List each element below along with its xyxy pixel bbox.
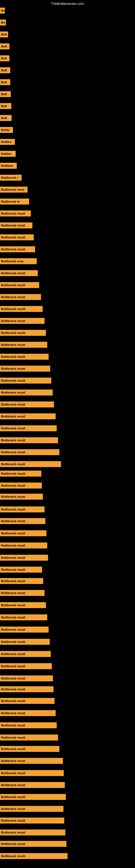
result-bar: Bottleneck result bbox=[0, 270, 38, 276]
bar-row: Bottleneck result bbox=[0, 614, 47, 620]
result-bar: Bottleneck result bbox=[0, 698, 54, 704]
result-bar: Bottleneck result bbox=[0, 722, 57, 728]
bar-row: Bottleneck result bbox=[0, 830, 65, 835]
result-bar: Bottlene bbox=[0, 163, 17, 169]
result-bar: Bott bbox=[0, 55, 9, 61]
bar-row: Bottleneck resu bbox=[0, 258, 37, 264]
bar-row: Bott bbox=[0, 67, 10, 73]
bar-row: Bottleneck result bbox=[0, 413, 56, 420]
result-bar: Bottleneck result bbox=[0, 378, 51, 383]
result-bar: Bottleneck result bbox=[0, 627, 49, 632]
result-bar: Bottleneck result bbox=[0, 461, 61, 467]
result-bar: Bottleneck result bbox=[0, 235, 34, 240]
bar-row: Bottleneck result bbox=[0, 663, 52, 669]
result-bar: Bottleneck result bbox=[0, 471, 41, 476]
bar-row: Bottleneck result bbox=[0, 306, 43, 312]
bar-row: Bottleneck result bbox=[0, 555, 48, 561]
bar-row: Bottleneck result bbox=[0, 530, 46, 536]
result-bar: Bottleneck result bbox=[0, 246, 35, 252]
result-bar: Bottleneck result bbox=[0, 651, 51, 657]
bar-row: Bottleneck result bbox=[0, 390, 53, 396]
bar-row: Bott bbox=[0, 43, 9, 50]
bar-row: Bottleneck result bbox=[0, 222, 32, 228]
result-bar: Bottleneck result bbox=[0, 735, 58, 741]
result-bar: Bottleneck resul bbox=[0, 187, 28, 193]
bar-row: Bottleneck result bbox=[0, 330, 46, 336]
bar-row: Bottle bbox=[0, 127, 13, 133]
bar-row: Bottleneck result bbox=[0, 401, 54, 407]
bar-row: Bottleneck result bbox=[0, 282, 39, 288]
result-bar: Bott bbox=[0, 103, 11, 109]
bar-row: Bottleneck result bbox=[0, 270, 38, 276]
result-bar: Bottleneck re bbox=[0, 198, 29, 205]
bar-row: Bottleneck result bbox=[0, 235, 34, 240]
bar-row: Bottleneck result bbox=[0, 542, 47, 549]
result-bar: Bottleneck result bbox=[0, 639, 50, 645]
result-bar: Bott bbox=[0, 67, 10, 73]
bar-row: Bottleneck result bbox=[0, 449, 59, 455]
result-bar: Bottleneck result bbox=[0, 555, 48, 561]
result-bar: Bottleneck result bbox=[0, 211, 31, 216]
result-bar: Bottleneck result bbox=[0, 294, 41, 300]
bar-row: Bottleneck result bbox=[0, 794, 66, 800]
result-bar: Bott bbox=[0, 43, 9, 50]
bar-row: Bottleneck re bbox=[0, 198, 29, 205]
bar-row: Bottleneck result bbox=[0, 627, 49, 632]
result-bar: Bottleneck result bbox=[0, 222, 32, 228]
bar-row: Bottleneck result bbox=[0, 578, 43, 584]
bar-row: Bottleneck result bbox=[0, 342, 47, 348]
bar-row: Bottleneck result bbox=[0, 318, 45, 324]
bar-row: Bo bbox=[0, 20, 6, 26]
result-bar: Bo bbox=[0, 8, 5, 13]
result-bar: Bott bbox=[0, 79, 10, 85]
result-bar: Bottleneck result bbox=[0, 282, 39, 288]
result-bar: Bottleneck result bbox=[0, 413, 56, 420]
result-bar: Bottleneck result bbox=[0, 437, 58, 443]
result-bar: Bottleneck resu bbox=[0, 258, 37, 264]
result-bar: Bottleneck result bbox=[0, 817, 64, 824]
result-bar: Bottleneck result bbox=[0, 567, 42, 572]
result-bar: Bottleneck result bbox=[0, 853, 68, 859]
bar-row: Bottleneck result bbox=[0, 471, 41, 476]
bar-row: Bottleneck result bbox=[0, 722, 57, 728]
bar-row: Bottleneck result bbox=[0, 686, 53, 692]
result-bar: Bottleneck result bbox=[0, 401, 54, 407]
bar-row: Bott bbox=[0, 79, 10, 85]
bar-row: Bottleneck result bbox=[0, 853, 68, 859]
result-bar: Bottleneck result bbox=[0, 449, 59, 455]
result-bar: Bott bbox=[0, 115, 12, 121]
bar-row: Bottleneck result bbox=[0, 437, 58, 443]
result-bar: Bottleneck result bbox=[0, 530, 46, 536]
result-bar: Bottleneck result bbox=[0, 306, 43, 312]
bar-row: Bott bbox=[0, 115, 12, 121]
result-bar: Bottleneck result bbox=[0, 770, 64, 776]
result-bar: Bottleneck result bbox=[0, 366, 50, 372]
bar-row: Bottleneck result bbox=[0, 710, 56, 716]
result-bar: Bottleneck result bbox=[0, 758, 63, 764]
result-bar: Bottleneck result bbox=[0, 483, 42, 489]
bar-row: Bottlen bbox=[0, 151, 16, 157]
result-bar: Bottleneck result bbox=[0, 614, 47, 620]
bar-row: Bottleneck result bbox=[0, 461, 61, 467]
bar-row: Bottleneck result bbox=[0, 602, 46, 608]
bar-row: Bottleneck resul bbox=[0, 187, 28, 193]
bar-row: Bottleneck r bbox=[0, 175, 21, 181]
result-bar: Bottleneck result bbox=[0, 710, 56, 716]
bar-row: Bottleneck result bbox=[0, 494, 43, 500]
bar-row: Bottleneck result bbox=[0, 758, 63, 764]
result-bar: Bo bbox=[0, 20, 6, 26]
result-bar: Bottle bbox=[0, 127, 13, 133]
bar-row: Bottleneck result bbox=[0, 698, 54, 704]
result-bar: Bott bbox=[0, 31, 8, 37]
bar-row: Bottleneck result bbox=[0, 425, 57, 431]
bar-row: Bott bbox=[0, 103, 11, 109]
bar-row: Bottleneck result bbox=[0, 770, 64, 776]
bar-row: Bottleneck result bbox=[0, 211, 31, 216]
bar-row: Bottleneck result bbox=[0, 483, 42, 489]
result-bar: Bott bbox=[0, 91, 11, 97]
bar-row: Bottleneck result bbox=[0, 639, 50, 645]
result-bar: Bottleneck result bbox=[0, 663, 52, 669]
result-bar: Bottlen bbox=[0, 139, 15, 145]
result-bar: Bottleneck result bbox=[0, 342, 47, 348]
bar-row: Bottleneck result bbox=[0, 567, 42, 572]
